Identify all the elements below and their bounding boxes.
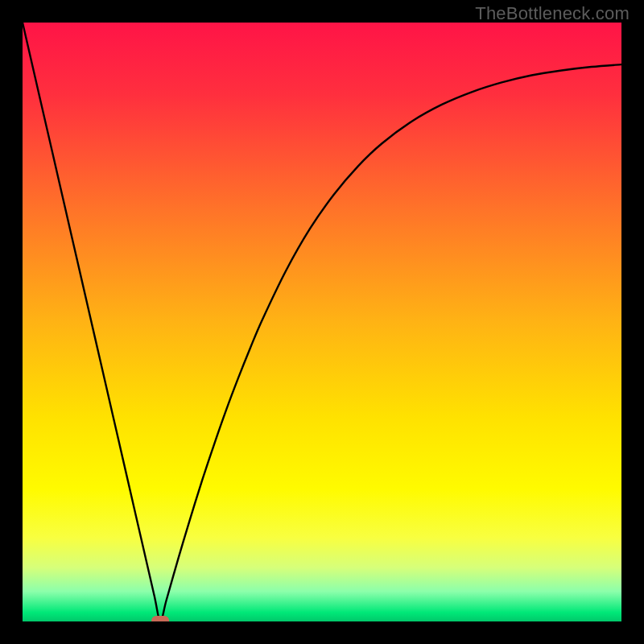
chart-plot-area [23,23,621,621]
chart-marker [151,616,169,621]
chart-svg [23,23,621,621]
attribution-label: TheBottleneck.com [475,3,630,24]
chart-frame: TheBottleneck.com [0,0,644,644]
chart-background [23,23,621,621]
